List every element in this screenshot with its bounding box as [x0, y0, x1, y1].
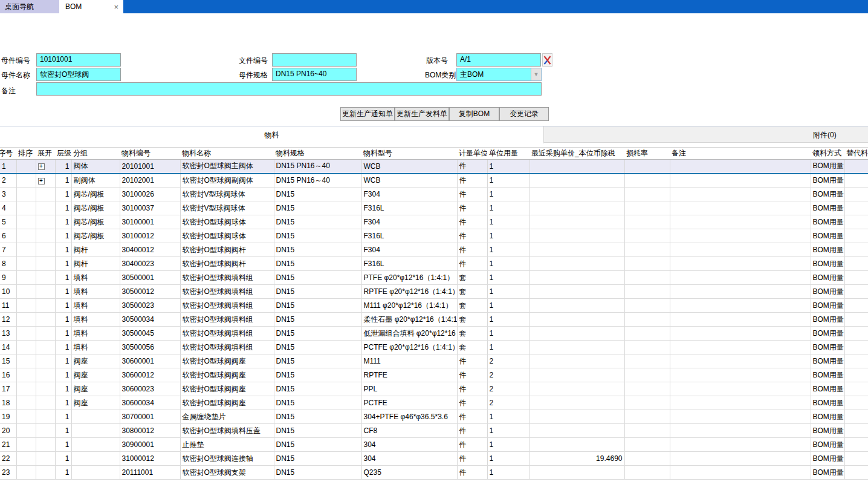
- parent-name-field[interactable]: 软密封O型球阀: [36, 68, 121, 81]
- tab-materials[interactable]: 物料: [0, 126, 544, 143]
- cell-price: [530, 229, 624, 243]
- col-header-price[interactable]: 最近采购单价_本位币除税: [530, 148, 624, 160]
- cell-note: [670, 229, 811, 243]
- cell-group: 阀杆: [71, 243, 120, 257]
- table-row[interactable]: 61阀芯/阀板30100012软密封O型球阀球体DN15F316L件1BOM用量: [0, 229, 868, 243]
- table-row[interactable]: 31阀芯/阀板30100026软密封V型球阀球体DN15F304件1BOM用量: [0, 188, 868, 201]
- cell-name: 软密封O型球阀阀座: [180, 354, 274, 368]
- table-row[interactable]: 19130700001金属缠绕垫片DN15304+PTFE φ46*φ36.5*…: [0, 410, 868, 424]
- cell-code: 30100012: [120, 229, 180, 243]
- table-row[interactable]: 2+1副阀体20102001软密封O型球阀副阀体DN15 PN16～40WCB件…: [0, 174, 868, 188]
- col-header-alt[interactable]: 替代料: [844, 148, 868, 160]
- col-header-unit[interactable]: 计量单位: [457, 148, 487, 160]
- cell-unit: 件: [457, 410, 487, 424]
- table-row[interactable]: 101填料30500012软密封O型球阀填料组DN15RPTFE φ20*φ12…: [0, 285, 868, 299]
- tab-attachments[interactable]: 附件(0): [544, 126, 868, 143]
- version-field[interactable]: A/1: [456, 53, 541, 67]
- tab-bom[interactable]: BOM ×: [60, 0, 123, 13]
- table-row[interactable]: 20130800012软密封O型球阀填料压盖DN15CF8件1BOM用量: [0, 424, 868, 438]
- cell-note: [670, 201, 811, 215]
- table-row[interactable]: 41阀芯/阀板30100037软密封V型球阀球体DN15F316L件1BOM用量: [0, 201, 868, 215]
- cell-code: 30600012: [120, 368, 180, 382]
- cell-alt: [844, 299, 868, 313]
- remark-field[interactable]: [36, 82, 542, 96]
- doc-code-label: 文件编号: [239, 56, 268, 66]
- table-row[interactable]: 91填料30500001软密封O型球阀填料组DN15PTFE φ20*φ12*1…: [0, 271, 868, 285]
- update-production-notice-button[interactable]: 更新生产通知单: [340, 107, 395, 121]
- update-production-issue-button[interactable]: 更新生产发料单: [395, 107, 449, 121]
- table-row[interactable]: 131填料30500045软密封O型球阀填料组DN15低泄漏组合填料 φ20*φ…: [0, 327, 868, 341]
- cell-qty: 2: [487, 382, 530, 396]
- cell-loss: [624, 229, 670, 243]
- table-row[interactable]: 121填料30500034软密封O型球阀填料组DN15柔性石墨 φ20*φ12*…: [0, 313, 868, 327]
- cell-level: 1: [55, 243, 71, 257]
- cell-expand: +: [36, 174, 55, 188]
- col-header-model[interactable]: 物料型号: [361, 148, 457, 160]
- col-header-qty[interactable]: 单位用量: [487, 148, 530, 160]
- table-row[interactable]: 1+1阀体20101001软密封O型球阀主阀体DN15 PN16～40WCB件1…: [0, 160, 868, 174]
- cell-spec: DN15: [274, 438, 361, 452]
- detail-tabs: 物料 附件(0): [0, 126, 868, 143]
- table-row[interactable]: 22131000012软密封O型球阀连接轴DN15304件119.4690BOM…: [0, 452, 868, 466]
- cell-name: 金属缠绕垫片: [180, 410, 274, 424]
- cell-note: [670, 243, 811, 257]
- close-tab-icon[interactable]: ×: [114, 3, 118, 11]
- change-record-button[interactable]: 变更记录: [499, 107, 549, 121]
- col-header-code[interactable]: 物料编号: [120, 148, 180, 160]
- tab-desktop-nav[interactable]: 桌面导航: [0, 0, 60, 13]
- doc-code-field[interactable]: [272, 53, 357, 67]
- cell-group: 阀座: [71, 368, 120, 382]
- expand-icon[interactable]: +: [38, 163, 45, 170]
- table-row[interactable]: 141填料30500056软密封O型球阀填料组DN15PCTFE φ20*φ12…: [0, 341, 868, 354]
- col-header-expand[interactable]: 展开: [36, 148, 55, 160]
- cell-qty: 1: [487, 271, 530, 285]
- table-row[interactable]: 71阀杆30400012软密封O型球阀阀杆DN15F304件1BOM用量: [0, 243, 868, 257]
- cell-expand: [36, 215, 55, 229]
- parent-name-label: 母件名称: [1, 70, 30, 80]
- parent-spec-field[interactable]: DN15 PN16~40: [272, 68, 357, 81]
- table-row[interactable]: 23120111001软密封O型球阀支架DN15Q235件1BOM用量: [0, 466, 868, 480]
- version-tool-icon[interactable]: [542, 53, 552, 67]
- cell-alt: [844, 354, 868, 368]
- col-header-mode[interactable]: 领料方式: [811, 148, 844, 160]
- cell-alt: [844, 174, 868, 188]
- parent-code-label: 母件编号: [1, 56, 30, 66]
- col-header-seq[interactable]: 序号: [0, 148, 16, 160]
- cell-model: 304: [361, 438, 457, 452]
- cell-note: [670, 299, 811, 313]
- cell-note: [670, 466, 811, 480]
- chevron-down-icon[interactable]: ▼: [531, 68, 541, 80]
- cell-sort: [16, 243, 36, 257]
- table-row[interactable]: 181阀座30600034软密封O型球阀阀座DN15PCTFE件2BOM用量: [0, 396, 868, 410]
- cell-loss: [624, 285, 670, 299]
- table-row[interactable]: 51阀芯/阀板30100001软密封O型球阀球体DN15F304件1BOM用量: [0, 215, 868, 229]
- parent-code-field[interactable]: 10101001: [36, 53, 121, 67]
- col-header-name[interactable]: 物料名称: [180, 148, 274, 160]
- cell-price: [530, 313, 624, 327]
- cell-spec: DN15 PN16～40: [274, 160, 361, 174]
- table-row[interactable]: 21130900001止推垫DN15304件1BOM用量: [0, 438, 868, 452]
- col-header-level[interactable]: 层级: [55, 148, 71, 160]
- cell-sort: [16, 466, 36, 480]
- table-row[interactable]: 161阀座30600012软密封O型球阀阀座DN15RPTFE件2BOM用量: [0, 368, 868, 382]
- bom-type-select[interactable]: 主BOM ▼: [456, 68, 542, 81]
- expand-icon[interactable]: +: [38, 178, 45, 184]
- cell-sort: [16, 368, 36, 382]
- table-row[interactable]: 111填料30500023软密封O型球阀填料组DN15M111 φ20*φ12*…: [0, 299, 868, 313]
- col-header-sort[interactable]: 排序: [16, 148, 36, 160]
- cell-code: 30600023: [120, 382, 180, 396]
- col-header-loss[interactable]: 损耗率: [624, 148, 670, 160]
- cell-mode: BOM用量: [811, 271, 844, 285]
- cell-level: 1: [55, 410, 71, 424]
- copy-bom-button[interactable]: 复制BOM: [449, 107, 499, 121]
- col-header-note[interactable]: 备注: [670, 148, 811, 160]
- col-header-group[interactable]: 分组: [71, 148, 120, 160]
- table-row[interactable]: 171阀座30600023软密封O型球阀阀座DN15PPL件2BOM用量: [0, 382, 868, 396]
- cell-model: RPTFE φ20*φ12*16（1:4:1）: [361, 285, 457, 299]
- cell-sort: [16, 354, 36, 368]
- col-header-spec[interactable]: 物料规格: [274, 148, 361, 160]
- table-row[interactable]: 151阀座30600001软密封O型球阀阀座DN15M111件2BOM用量: [0, 354, 868, 368]
- cell-group: 阀座: [71, 354, 120, 368]
- cell-loss: [624, 215, 670, 229]
- table-row[interactable]: 81阀杆30400023软密封O型球阀阀杆DN15F316L件1BOM用量: [0, 257, 868, 271]
